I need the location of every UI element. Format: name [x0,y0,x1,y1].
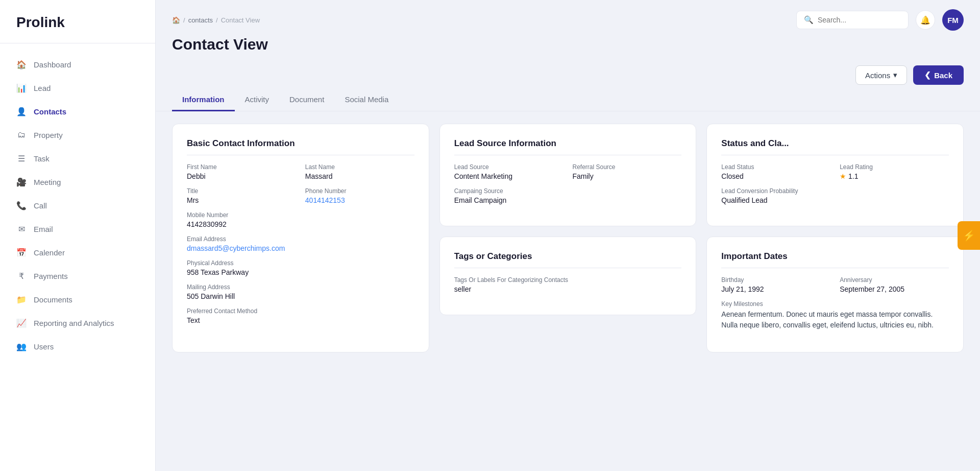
reporting-icon: 📈 [16,318,27,328]
sidebar-item-dashboard[interactable]: 🏠 Dashboard [0,53,155,76]
sidebar-item-documents[interactable]: 📁 Documents [0,288,155,311]
meeting-icon: 🎥 [16,177,27,187]
breadcrumb-contacts[interactable]: contacts [188,16,213,24]
important-dates-card: Important Dates Birthday July 21, 1992 A… [706,237,964,352]
sidebar-item-label: Contacts [34,107,66,116]
sidebar-item-label: Task [34,154,50,163]
sidebar: Prolink 🏠 Dashboard 📊 Lead 👤 Contacts 🗂 … [0,0,156,471]
milestones-field: Key Milestones Aenean fermentum. Donec u… [721,300,949,331]
lead-source-card: Lead Source Information Lead Source Cont… [439,124,697,226]
breadcrumb-current: Contact View [221,16,260,24]
basic-contact-card: Basic Contact Information First Name Deb… [172,124,429,352]
lead-rating-field: Lead Rating ★ 1.1 [840,163,949,180]
back-icon: ❮ [924,70,931,80]
lead-source-field: Lead Source Content Marketing [454,163,564,180]
documents-icon: 📁 [16,294,27,304]
back-label: Back [934,71,952,80]
sidebar-item-call[interactable]: 📞 Call [0,194,155,217]
search-icon: 🔍 [804,15,814,25]
back-button[interactable]: ❮ Back [913,65,964,85]
users-icon: 👥 [16,341,27,351]
call-icon: 📞 [16,200,27,210]
sidebar-item-email[interactable]: ✉ Email [0,217,155,241]
last-name-field: Last Name Massard [305,163,414,180]
contacts-icon: 👤 [16,106,27,116]
right-column: Status and Cla... Lead Status Closed Lea… [706,124,964,352]
search-bar[interactable]: 🔍 [796,11,909,29]
sidebar-item-label: Property [34,131,63,139]
task-icon: ☰ [16,153,27,163]
property-icon: 🗂 [16,130,27,140]
status-title: Status and Cla... [721,138,949,155]
actions-label: Actions [865,71,890,80]
tab-document[interactable]: Document [279,89,334,111]
breadcrumb-sep1: / [183,16,185,24]
dashboard-icon: 🏠 [16,59,27,69]
page-title: Contact View [172,36,964,53]
breadcrumb-home-icon: 🏠 [172,16,180,24]
sidebar-item-label: Payments [34,272,68,280]
tabs-bar: InformationActivityDocumentSocial Media [156,89,980,111]
important-dates-title: Important Dates [721,251,949,268]
lead-icon: 📊 [16,83,27,93]
tags-title: Tags or Categories [454,251,682,268]
phone-field: Phone Number 4014142153 [305,187,414,204]
tags-field: Tags Or Labels For Categorizing Contacts… [454,276,682,293]
mailing-address-field: Mailing Address 505 Darwin Hill [187,284,414,300]
physical-address-field: Physical Address 958 Texas Parkway [187,260,414,276]
anniversary-field: Anniversary September 27, 2005 [840,276,949,293]
content-area: Basic Contact Information First Name Deb… [156,111,980,471]
middle-column: Lead Source Information Lead Source Cont… [439,124,697,352]
sidebar-nav: 🏠 Dashboard 📊 Lead 👤 Contacts 🗂 Property… [0,43,155,471]
title-field: Title Mrs [187,187,296,204]
tags-card: Tags or Categories Tags Or Labels For Ca… [439,237,697,315]
sidebar-item-label: Documents [34,295,72,304]
conversion-field: Lead Conversion Probability Qualified Le… [721,187,949,204]
calender-icon: 📅 [16,247,27,257]
sidebar-item-label: Meeting [34,178,61,186]
sidebar-item-property[interactable]: 🗂 Property [0,123,155,147]
campaign-source-field: Campaing Source Email Campaign [454,187,682,204]
referral-source-field: Referral Source Family [572,163,681,180]
preferred-contact-field: Preferred Contact Method Text [187,308,414,324]
tab-information[interactable]: Information [172,89,235,111]
sidebar-item-label: Dashboard [34,60,71,69]
mobile-field: Mobile Number 4142830992 [187,211,414,228]
sidebar-item-contacts[interactable]: 👤 Contacts [0,100,155,123]
sidebar-item-task[interactable]: ☰ Task [0,147,155,170]
notification-button[interactable]: 🔔 [916,10,935,30]
tab-social-media[interactable]: Social Media [334,89,399,111]
sidebar-item-reporting[interactable]: 📈 Reporting and Analytics [0,311,155,335]
avatar[interactable]: FM [942,9,964,31]
sidebar-item-meeting[interactable]: 🎥 Meeting [0,170,155,194]
actions-button[interactable]: Actions ▾ [855,65,907,85]
sidebar-item-calender[interactable]: 📅 Calender [0,241,155,264]
sidebar-item-label: Users [34,342,54,351]
payments-icon: ₹ [16,271,27,281]
actions-row: Actions ▾ ❮ Back ＋ Add ✏ Edit 🗑 Delete [156,61,980,89]
email-icon: ✉ [16,224,27,234]
search-input[interactable] [818,16,901,24]
sidebar-item-payments[interactable]: ₹ Payments [0,264,155,288]
sidebar-item-lead[interactable]: 📊 Lead [0,76,155,100]
sidebar-item-label: Calender [34,248,65,257]
ai-fab-button[interactable]: ⚡ [958,221,980,250]
sidebar-item-label: Reporting and Analytics [34,319,114,327]
sidebar-item-users[interactable]: 👥 Users [0,335,155,358]
sidebar-item-label: Call [34,201,47,210]
basic-contact-title: Basic Contact Information [187,138,414,155]
star-icon: ★ [840,172,846,180]
first-name-field: First Name Debbi [187,163,296,180]
header: 🏠 / contacts / Contact View 🔍 🔔 FM Conta… [156,0,980,61]
app-logo: Prolink [0,0,155,43]
email-field: Email Address dmassard5@cyberchimps.com [187,236,414,252]
chevron-down-icon: ▾ [893,70,897,80]
sidebar-item-label: Email [34,225,53,233]
header-actions: 🔍 🔔 FM [796,9,964,31]
birthday-field: Birthday July 21, 1992 [721,276,830,293]
status-card: Status and Cla... Lead Status Closed Lea… [706,124,964,226]
breadcrumb: 🏠 / contacts / Contact View [172,16,260,24]
main-content: 🏠 / contacts / Contact View 🔍 🔔 FM Conta… [156,0,980,471]
breadcrumb-sep2: / [216,16,218,24]
tab-activity[interactable]: Activity [235,89,280,111]
